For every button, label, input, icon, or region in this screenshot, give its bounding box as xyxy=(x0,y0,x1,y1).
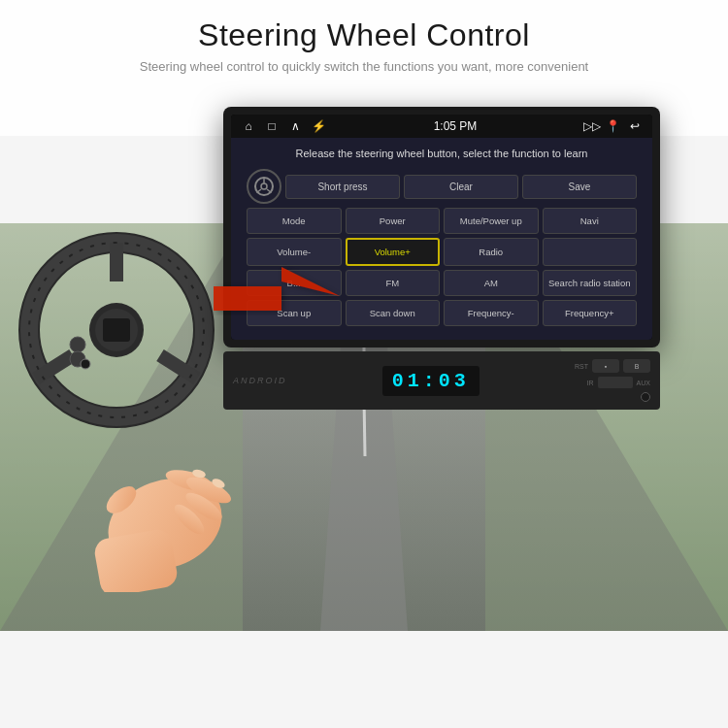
page-subtitle: Steering wheel control to quickly switch… xyxy=(58,59,670,74)
search-radio-button[interactable]: Search radio station xyxy=(543,270,638,296)
radio-button[interactable]: Radio xyxy=(444,238,539,266)
top-button-row: Short press Clear Save xyxy=(243,169,641,204)
grid-row-1: Mode Power Mute/Power up Navi xyxy=(243,208,641,234)
usb-icon: ⚡ xyxy=(311,118,326,134)
home-icon: ⌂ xyxy=(241,118,256,134)
steering-wheel-icon xyxy=(247,169,281,204)
physical-unit: ANDROID 01:03 RST ▪ B IR AUX xyxy=(223,351,660,410)
svg-point-21 xyxy=(70,337,85,352)
power-button[interactable]: Power xyxy=(346,208,441,234)
instruction-text: Release the steering wheel button, selec… xyxy=(243,148,641,159)
unit-controls: RST ▪ B IR AUX xyxy=(575,359,650,402)
volume-up-button[interactable]: Volume+ xyxy=(346,238,441,266)
svg-rect-32 xyxy=(92,528,179,592)
save-button[interactable]: Save xyxy=(522,175,637,199)
location-icon: 📍 xyxy=(606,118,621,134)
clear-button[interactable]: Clear xyxy=(404,175,518,199)
scan-down-button[interactable]: Scan down xyxy=(346,300,441,326)
mute-power-button[interactable]: Mute/Power up xyxy=(444,208,539,234)
rst-label: RST xyxy=(575,363,588,370)
page-title: Steering Wheel Control xyxy=(58,17,670,53)
svg-rect-20 xyxy=(103,318,130,342)
empty-button-1 xyxy=(543,238,638,266)
status-bar: ⌂ □ ∧ ⚡ 1:05 PM ▷▷ 📍 ↩ xyxy=(231,115,652,138)
ir-label: IR xyxy=(587,380,594,386)
scene-wrapper: Steering Wheel Control Steering wheel co… xyxy=(0,0,728,631)
navi-button[interactable]: Navi xyxy=(543,208,638,234)
time-display: 01:03 xyxy=(382,366,480,396)
aux-label: AUX xyxy=(637,380,650,386)
fm-button[interactable]: FM xyxy=(346,270,441,296)
screen-icon: □ xyxy=(264,118,280,134)
short-press-button[interactable]: Short press xyxy=(285,175,400,199)
hand-container xyxy=(39,417,281,592)
back-icon: ↩ xyxy=(627,118,643,134)
svg-point-9 xyxy=(261,183,267,189)
frequency-down-button[interactable]: Frequency- xyxy=(444,300,539,326)
status-icons-left: ⌂ □ ∧ ⚡ xyxy=(241,118,326,134)
cast-icon: ▷▷ xyxy=(584,118,600,134)
status-icons-right: ▷▷ 📍 ↩ xyxy=(584,118,643,134)
svg-point-23 xyxy=(81,359,90,369)
red-arrow xyxy=(214,257,340,335)
rst-button[interactable]: ▪ xyxy=(592,359,619,373)
frequency-up-button[interactable]: Frequency+ xyxy=(543,300,638,326)
mode-button[interactable]: Mode xyxy=(247,208,342,234)
status-time: 1:05 PM xyxy=(434,119,478,133)
b-unit-button[interactable]: B xyxy=(623,359,650,373)
up-icon: ∧ xyxy=(287,118,303,134)
am-button[interactable]: AM xyxy=(444,270,539,296)
svg-marker-25 xyxy=(214,267,340,311)
